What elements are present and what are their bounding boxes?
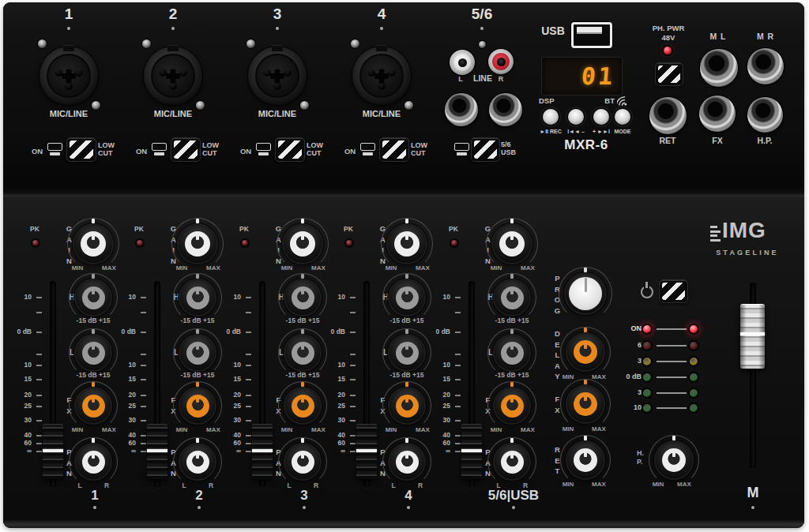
low-cut-button-1[interactable] bbox=[66, 137, 96, 162]
forward-button[interactable] bbox=[593, 109, 609, 125]
low-cut-button-3[interactable] bbox=[275, 137, 305, 162]
ch2-scale-tick bbox=[141, 379, 146, 380]
ch2-fx-knob[interactable] bbox=[180, 388, 215, 423]
ch3-gain-knob[interactable] bbox=[284, 225, 322, 263]
low-cut-button-2[interactable] bbox=[171, 137, 201, 162]
ch4-pan-knob[interactable] bbox=[389, 444, 424, 479]
knob-pointer-tick bbox=[510, 382, 514, 387]
ch1-pk-label: PK bbox=[25, 226, 44, 234]
usb-port[interactable] bbox=[571, 22, 612, 48]
knob-pointer bbox=[196, 451, 199, 459]
ch2-gain-knob[interactable] bbox=[179, 225, 216, 263]
ch5-6-eq-low-knob[interactable] bbox=[495, 335, 529, 370]
ch5-6-fx-knob[interactable] bbox=[495, 388, 529, 423]
xlr-pin-hole bbox=[65, 82, 73, 90]
ch4-channel-label: 4 bbox=[373, 488, 444, 503]
knob-pointer-tick bbox=[584, 268, 587, 272]
ch3-fx-knob[interactable] bbox=[285, 388, 320, 423]
mic-line-jack-3[interactable] bbox=[248, 47, 307, 105]
ch4-scale-tick bbox=[350, 297, 356, 298]
ch5-6-fader[interactable] bbox=[461, 424, 482, 479]
ch5-6-eq-high-knob[interactable] bbox=[495, 280, 529, 315]
knob-pointer bbox=[584, 393, 587, 401]
knob-pointer-tick bbox=[672, 436, 675, 440]
ch4-fader[interactable] bbox=[356, 424, 377, 479]
mic-line-jack-1[interactable] bbox=[40, 47, 98, 105]
mic-line-jack-4[interactable] bbox=[352, 47, 411, 105]
knob-pointer-tick bbox=[510, 329, 514, 334]
knob-pointer-tick bbox=[584, 380, 587, 384]
meter-line-3 bbox=[657, 377, 687, 378]
master-fader[interactable] bbox=[740, 304, 765, 369]
line-in-right-jack[interactable] bbox=[489, 93, 522, 126]
knob-pointer bbox=[510, 287, 514, 294]
on-switch-2[interactable] bbox=[151, 143, 167, 156]
delay-knob[interactable] bbox=[567, 334, 604, 370]
channel-3-dot bbox=[276, 27, 279, 30]
ch3-scale-label: ∞ bbox=[217, 448, 241, 455]
ch1-scale-label: 10 bbox=[8, 294, 32, 302]
mic-line-jack-2[interactable] bbox=[144, 47, 202, 105]
main-left-jack[interactable] bbox=[700, 49, 738, 87]
ch2-gain-max: MAX bbox=[202, 265, 224, 272]
ch2-fader[interactable] bbox=[147, 424, 167, 479]
ch2-scale-tick bbox=[141, 312, 146, 313]
headphones-level-knob[interactable] bbox=[656, 442, 692, 478]
ch1-fx-knob[interactable] bbox=[76, 388, 111, 423]
line-in-left-jack[interactable] bbox=[445, 93, 478, 126]
ch2-eq-low-knob[interactable] bbox=[180, 335, 215, 370]
ch5-6-scale-tick bbox=[455, 395, 461, 396]
stereo-on-switch-icon[interactable] bbox=[453, 143, 470, 156]
ch5-6-scale-label: 10 bbox=[427, 294, 450, 302]
rewind-button[interactable] bbox=[568, 109, 584, 125]
ch2-scale-label: 25 bbox=[112, 403, 136, 410]
mode-button[interactable] bbox=[615, 109, 630, 125]
headphones-jack[interactable] bbox=[747, 97, 783, 133]
line-in-left-rca[interactable] bbox=[450, 50, 475, 75]
ch5-6-gain-knob[interactable] bbox=[493, 225, 531, 263]
xlr-inner bbox=[359, 54, 404, 98]
ch3-eq-high-knob[interactable] bbox=[285, 280, 320, 315]
ch2-pan-knob[interactable] bbox=[180, 444, 215, 479]
ch1-gain-knob[interactable] bbox=[74, 225, 112, 263]
ch3-scale-tick bbox=[246, 297, 251, 298]
ch1-eq-low-knob[interactable] bbox=[76, 335, 111, 370]
ch4-gain-knob[interactable] bbox=[388, 225, 426, 263]
prog-knob[interactable] bbox=[566, 274, 605, 313]
ch3-fader[interactable] bbox=[252, 424, 273, 479]
meter-label-5: 10 bbox=[618, 403, 642, 411]
ch1-pan-knob[interactable] bbox=[76, 444, 111, 479]
rec-play-button[interactable] bbox=[543, 109, 559, 125]
ch4-scale-label: 15 bbox=[322, 376, 345, 384]
ch3-eq-low-knob[interactable] bbox=[285, 335, 320, 370]
phantom-power-button[interactable] bbox=[655, 62, 683, 86]
return-jack[interactable] bbox=[649, 97, 687, 134]
meter-led-right-0 bbox=[690, 325, 698, 333]
ch4-fx-knob[interactable] bbox=[389, 388, 424, 423]
knob-pointer bbox=[196, 395, 199, 403]
line-in-right-rca[interactable] bbox=[488, 49, 514, 74]
usb-source-button[interactable] bbox=[471, 137, 500, 162]
ch5-6-scale-label: 30 bbox=[427, 417, 450, 425]
on-switch-4[interactable] bbox=[359, 143, 376, 156]
xlr-inner bbox=[255, 54, 299, 98]
ch4-eq-high-knob[interactable] bbox=[389, 280, 424, 315]
ch3-pan-knob[interactable] bbox=[285, 444, 320, 479]
low-cut-button-4[interactable] bbox=[379, 137, 409, 162]
on-switch-1[interactable] bbox=[47, 143, 63, 156]
screw bbox=[142, 39, 151, 48]
channel-1-dot bbox=[67, 27, 70, 30]
fx-send-jack[interactable] bbox=[699, 96, 736, 132]
fx-level-knob[interactable] bbox=[567, 386, 604, 422]
on-switch-3[interactable] bbox=[255, 143, 272, 156]
ch2-eq-high-knob[interactable] bbox=[180, 280, 215, 315]
ch1-eq-high-knob[interactable] bbox=[76, 280, 111, 315]
ch5-6-pan-knob[interactable] bbox=[495, 444, 529, 479]
main-right-jack[interactable] bbox=[747, 48, 784, 84]
ret-level-knob[interactable] bbox=[567, 442, 604, 478]
ch1-fader[interactable] bbox=[43, 424, 63, 479]
power-button[interactable] bbox=[659, 279, 688, 303]
ch4-eq-low-knob[interactable] bbox=[389, 335, 424, 370]
knob-pointer-tick bbox=[92, 329, 95, 334]
meter-line-4 bbox=[657, 392, 687, 394]
